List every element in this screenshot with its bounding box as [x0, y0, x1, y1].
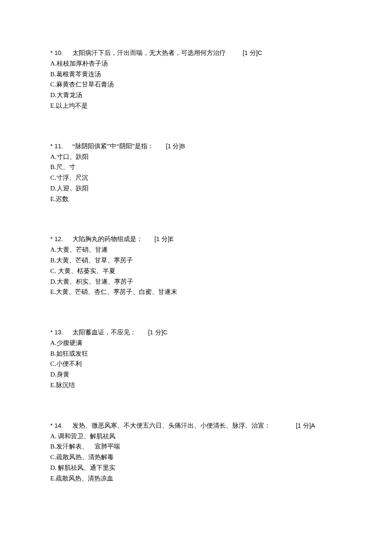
question-answer: C: [163, 329, 167, 336]
question-stem: 太阳病汗下后，汗出而喘，无大热者，可选用何方治疗: [72, 49, 226, 56]
question-stem-line: * 12. 大陷胸丸的药物组成是：[1 分]E: [50, 234, 341, 244]
question-stem-line: * 10. 太阳病汗下后，汗出而喘，无大热者，可选用何方治疗[1 分]C: [50, 48, 341, 58]
option-b: B.尺、寸: [50, 162, 341, 173]
option-a: A.大黄、芒硝、甘遂: [50, 244, 341, 255]
option-a: A.少腹硬满: [50, 338, 341, 348]
option-e: E.以上均不是: [50, 101, 341, 111]
option-e: E.大黄、芒硝、杏仁、葶苈子、白蜜、甘遂末: [50, 287, 341, 297]
question-points: [1 分]: [166, 143, 181, 150]
question-stem: 发热、微恶风寒、不大便五六日、头痛汗出、小便清长、脉浮、治宜：: [72, 422, 271, 429]
question-answer: B: [181, 143, 185, 150]
option-e: E.脉沉结: [50, 380, 341, 391]
question-points: [1 分]: [296, 422, 311, 429]
option-d: D. 解肌祛风、通下里实: [50, 463, 341, 473]
question-prefix: * 14.: [50, 422, 63, 429]
option-c: C.疏散风热、清热解毒: [50, 452, 341, 463]
option-c: C.小便不利: [50, 359, 341, 369]
question-10: * 10. 太阳病汗下后，汗出而喘，无大热者，可选用何方治疗[1 分]C A.桂…: [50, 48, 341, 111]
option-c: C.麻黄杏仁甘草石膏汤: [50, 79, 341, 90]
option-d: D.身黄: [50, 369, 341, 380]
option-d: D.人迎、趺阳: [50, 183, 341, 194]
question-points: [1 分]: [243, 49, 258, 56]
question-14: * 14. 发热、微恶风寒、不大便五六日、头痛汗出、小便清长、脉浮、治宜：[1 …: [50, 420, 341, 484]
option-e: E.疏散风热、清热凉血: [50, 473, 341, 484]
question-stem: 太阳蓄血证，不应见：: [72, 329, 136, 336]
question-prefix: * 12.: [50, 236, 63, 242]
question-prefix: * 10.: [50, 49, 63, 56]
question-points: [1 分]: [148, 329, 163, 336]
question-stem: “脉阴阳俱紧”中“阴阳”是指：: [72, 143, 154, 150]
option-c: C. 大黄、栝蒌实、半夏: [50, 266, 341, 276]
question-stem-line: * 13. 太阳蓄血证，不应见：[1 分]C: [50, 327, 341, 338]
question-13: * 13. 太阳蓄血证，不应见：[1 分]C A.少腹硬满 B.如狂或发狂 C.…: [50, 327, 341, 391]
option-d: D.大黄、枳实、甘遂、葶苈子: [50, 276, 341, 287]
option-e: E.迟数: [50, 194, 341, 204]
question-11: * 11. “脉阴阳俱紧”中“阴阳”是指：[1 分]B A.寸口、趺阳 B.尺、…: [50, 141, 341, 204]
option-b: B.如狂或发狂: [50, 348, 341, 359]
option-a: A.寸口、趺阳: [50, 152, 341, 162]
question-answer: C: [258, 49, 262, 56]
option-a: A.桂枝加厚朴杏子汤: [50, 58, 341, 69]
question-answer: E: [170, 236, 174, 242]
option-d: D.大青龙汤: [50, 90, 341, 101]
question-stem-line: * 14. 发热、微恶风寒、不大便五六日、头痛汗出、小便清长、脉浮、治宜：[1 …: [50, 420, 341, 431]
question-stem-line: * 11. “脉阴阳俱紧”中“阴阳”是指：[1 分]B: [50, 141, 341, 152]
question-stem: 大陷胸丸的药物组成是：: [72, 236, 143, 242]
option-c: C.寸浮、尺沉: [50, 173, 341, 183]
question-answer: A: [311, 422, 315, 429]
option-a: A. 调和营卫、解肌祛风: [50, 431, 341, 442]
question-points: [1 分]: [155, 236, 170, 242]
question-12: * 12. 大陷胸丸的药物组成是：[1 分]E A.大黄、芒硝、甘遂 B.大黄、…: [50, 234, 341, 297]
option-b: B.发汗解表、 宣肺平喘: [50, 441, 341, 452]
question-prefix: * 11.: [50, 143, 63, 150]
question-prefix: * 13.: [50, 329, 63, 336]
option-b: B.葛根黄芩黄连汤: [50, 69, 341, 80]
option-b: B.大黄、芒硝、甘草、葶苈子: [50, 255, 341, 266]
